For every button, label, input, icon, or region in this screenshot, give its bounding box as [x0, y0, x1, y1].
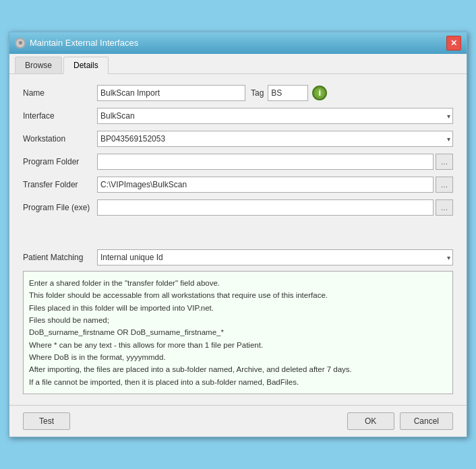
transfer-folder-input-group: … [97, 177, 453, 193]
title-bar-left: ⊕ Maintain External Interfaces [15, 38, 138, 49]
program-file-input-group: … [97, 199, 453, 216]
name-label: Name [23, 88, 97, 98]
footer-right: OK Cancel [347, 412, 453, 430]
tab-details[interactable]: Details [63, 57, 109, 74]
transfer-folder-browse-button[interactable]: … [436, 177, 453, 193]
info-icon[interactable]: i [312, 86, 327, 100]
info-line-2: This folder should be accessable from al… [29, 289, 447, 301]
spacer [23, 222, 453, 236]
program-folder-browse-button[interactable]: … [436, 154, 453, 170]
tag-group: Tag i [251, 85, 327, 101]
workstation-row: Workstation BP043569152053 ▾ [23, 131, 453, 147]
transfer-folder-label: Transfer Folder [23, 180, 97, 189]
workstation-label: Workstation [23, 134, 97, 144]
info-line-6: Where * can be any text - this allows fo… [29, 339, 447, 351]
info-line-8: After importing, the files are placed in… [29, 363, 447, 375]
tag-input[interactable] [268, 85, 308, 101]
patient-matching-select[interactable]: Internal unique Id Name and DOB Medicare… [97, 249, 453, 265]
test-button[interactable]: Test [23, 412, 70, 430]
name-input[interactable] [97, 85, 245, 101]
close-button[interactable]: ✕ [446, 36, 461, 51]
program-folder-input-group: … [97, 154, 453, 170]
program-folder-input[interactable] [97, 154, 434, 170]
info-line-1: Enter a shared folder in the "transfer f… [29, 277, 447, 289]
program-file-input[interactable] [97, 199, 434, 216]
cancel-button[interactable]: Cancel [400, 412, 453, 430]
program-file-browse-button[interactable]: … [436, 199, 453, 216]
spacer2 [23, 236, 453, 249]
workstation-select[interactable]: BP043569152053 [97, 131, 453, 147]
tag-label: Tag [251, 88, 264, 98]
tab-bar: Browse Details [9, 54, 467, 74]
program-file-label: Program File (exe) [23, 203, 97, 212]
window-title: Maintain External Interfaces [30, 38, 138, 48]
patient-matching-row: Patient Matching Internal unique Id Name… [23, 249, 453, 265]
program-folder-row: Program Folder … [23, 154, 453, 170]
title-bar: ⊕ Maintain External Interfaces ✕ [9, 32, 467, 54]
tab-browse[interactable]: Browse [15, 57, 62, 73]
interface-select-wrapper: BulkScan ▾ [97, 108, 453, 124]
patient-matching-label: Patient Matching [23, 253, 97, 262]
transfer-folder-input[interactable] [97, 177, 434, 193]
info-line-3: Files placed in this folder will be impo… [29, 302, 447, 314]
info-line-9: If a file cannot be imported, then it is… [29, 376, 447, 388]
info-line-5: DoB_surname_firstname OR DoB_surname_fir… [29, 326, 447, 338]
interface-label: Interface [23, 111, 97, 121]
program-folder-label: Program Folder [23, 157, 97, 166]
interface-select[interactable]: BulkScan [97, 108, 453, 124]
info-line-4: Files should be named; [29, 314, 447, 326]
footer: Test OK Cancel [9, 405, 467, 437]
program-file-row: Program File (exe) … [23, 199, 453, 216]
interface-row: Interface BulkScan ▾ [23, 108, 453, 124]
workstation-select-wrapper: BP043569152053 ▾ [97, 131, 453, 147]
ok-button[interactable]: OK [347, 412, 394, 430]
patient-matching-select-wrapper: Internal unique Id Name and DOB Medicare… [97, 249, 453, 265]
app-icon: ⊕ [15, 38, 26, 49]
name-row: Name Tag i [23, 85, 453, 101]
main-window: ⊕ Maintain External Interfaces ✕ Browse … [9, 32, 467, 438]
transfer-folder-row: Transfer Folder … [23, 177, 453, 193]
info-box: Enter a shared folder in the "transfer f… [23, 271, 453, 395]
form-content: Name Tag i Interface BulkScan ▾ Workstat… [9, 74, 467, 406]
info-line-7: Where DoB is in the format, yyyymmdd. [29, 351, 447, 363]
